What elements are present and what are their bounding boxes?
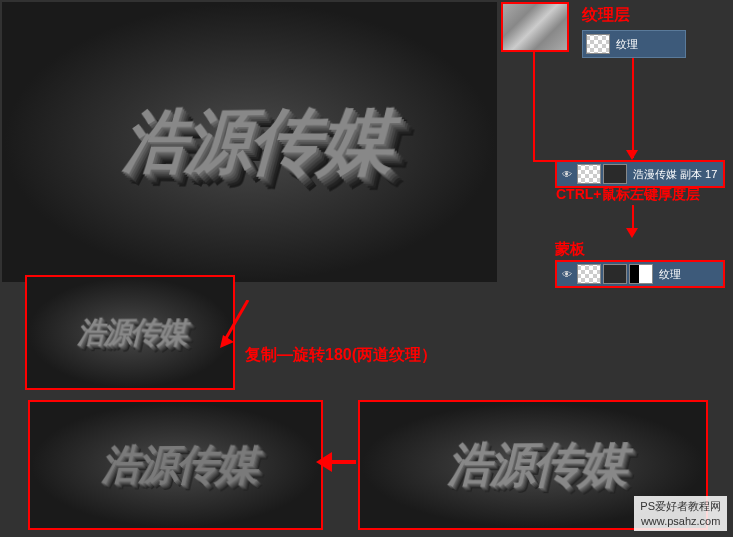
watermark: PS爱好者教程网 www.psahz.com: [634, 496, 727, 531]
diagonal-arrow-icon: [220, 300, 250, 350]
bl-3d-text: 浩源传媒: [101, 436, 256, 494]
texture-label: 纹理层: [582, 5, 630, 26]
bottom-left-render: 浩源传媒: [28, 400, 323, 530]
layer-mask-icon: [629, 264, 653, 284]
layer-thumb-icon: [577, 264, 601, 284]
mid-3d-text: 浩源传媒: [77, 311, 185, 353]
watermark-url: www.psahz.com: [640, 514, 721, 528]
visibility-eye-icon[interactable]: 👁: [559, 166, 575, 182]
main-3d-text: 浩源传媒: [120, 92, 391, 193]
ctrl-instruction: CTRL+鼠标左键厚度层: [556, 186, 700, 204]
layer-name-text: 纹理: [612, 37, 638, 52]
layer-name-text: 纹理: [655, 267, 681, 282]
watermark-title: PS爱好者教程网: [640, 499, 721, 513]
layer-thumb-icon: [586, 34, 610, 54]
copy-rotate-instruction: 复制—旋转180(两道纹理）: [245, 345, 437, 366]
visibility-eye-icon[interactable]: 👁: [559, 266, 575, 282]
layer-panel-texture[interactable]: 纹理: [582, 30, 686, 58]
arrow-down-icon: [626, 228, 638, 238]
mask-label: 蒙板: [555, 240, 585, 259]
br-3d-text: 浩源传媒: [448, 432, 626, 499]
layer-thumb-icon: [577, 164, 601, 184]
arrow-down-icon: [626, 150, 638, 160]
texture-swatch: [501, 2, 569, 52]
layer-panel-mask[interactable]: 👁 纹理: [555, 260, 725, 288]
connector-line: [533, 52, 535, 162]
arrow-left-icon: [316, 452, 332, 472]
mid-3d-render: 浩源传媒: [25, 275, 235, 390]
connector-line: [632, 58, 634, 158]
connector-line: [533, 160, 555, 162]
layer-name-text: 浩漫传媒 副本 17: [629, 167, 717, 182]
layer-panel-copy[interactable]: 👁 浩漫传媒 副本 17: [555, 160, 725, 188]
main-3d-render: 浩源传媒: [2, 2, 497, 282]
svg-line-0: [225, 300, 248, 340]
layer-thumb-icon: [603, 264, 627, 284]
layer-thumb-icon: [603, 164, 627, 184]
